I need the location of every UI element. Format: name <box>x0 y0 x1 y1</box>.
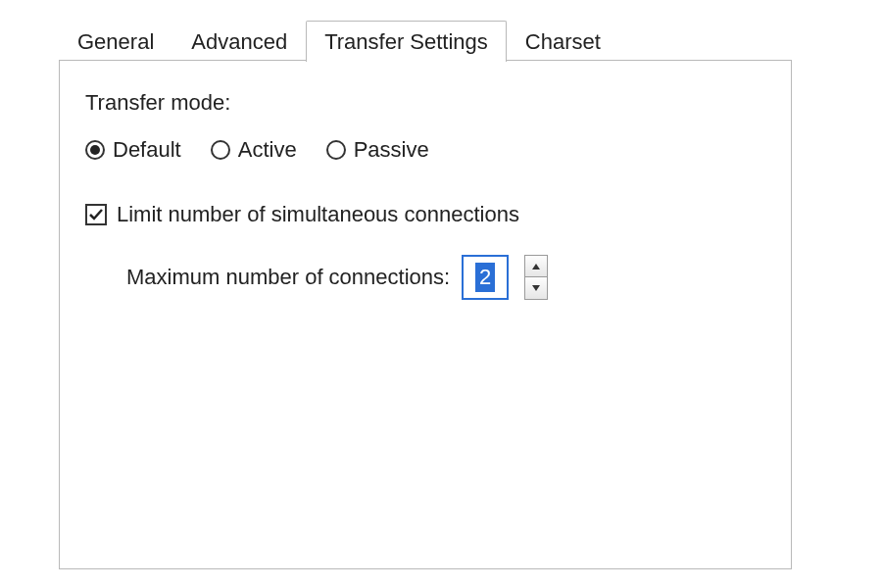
max-connections-input[interactable] <box>462 255 509 300</box>
max-connections-spinner <box>524 255 548 300</box>
radio-icon <box>85 140 105 160</box>
radio-label: Default <box>113 137 181 163</box>
limit-connections-checkbox[interactable]: Limit number of simultaneous connections <box>85 202 765 227</box>
spinner-down-button[interactable] <box>524 277 548 300</box>
tab-charset[interactable]: Charset <box>507 21 619 61</box>
max-connections-label: Maximum number of connections: <box>126 265 450 290</box>
tab-advanced[interactable]: Advanced <box>172 21 306 61</box>
checkbox-icon <box>85 204 107 225</box>
tab-label: General <box>77 29 154 54</box>
svg-marker-0 <box>532 264 540 270</box>
tab-label: Transfer Settings <box>324 29 488 54</box>
spinner-up-button[interactable] <box>524 255 548 277</box>
tab-label: Charset <box>525 29 601 54</box>
tab-strip: General Advanced Transfer Settings Chars… <box>59 14 882 61</box>
triangle-down-icon <box>532 285 540 291</box>
radio-passive[interactable]: Passive <box>326 137 429 163</box>
settings-dialog: General Advanced Transfer Settings Chars… <box>0 0 882 588</box>
radio-active[interactable]: Active <box>211 137 297 163</box>
max-connections-row: Maximum number of connections: 2 <box>126 255 765 300</box>
radio-icon <box>326 140 346 160</box>
transfer-mode-label: Transfer mode: <box>85 90 765 116</box>
triangle-up-icon <box>532 264 540 270</box>
radio-default[interactable]: Default <box>85 137 181 163</box>
radio-label: Passive <box>354 137 429 163</box>
svg-marker-1 <box>532 285 540 291</box>
tab-label: Advanced <box>191 29 287 54</box>
tab-general[interactable]: General <box>59 21 172 61</box>
radio-icon <box>211 140 230 160</box>
checkbox-label: Limit number of simultaneous connections <box>117 202 519 227</box>
tab-panel-transfer-settings: Transfer mode: Default Active Passive Li… <box>59 60 792 569</box>
tab-transfer-settings[interactable]: Transfer Settings <box>306 21 507 62</box>
max-connections-input-wrap: 2 <box>462 255 509 300</box>
transfer-mode-group: Default Active Passive <box>85 137 765 163</box>
radio-label: Active <box>238 137 297 163</box>
